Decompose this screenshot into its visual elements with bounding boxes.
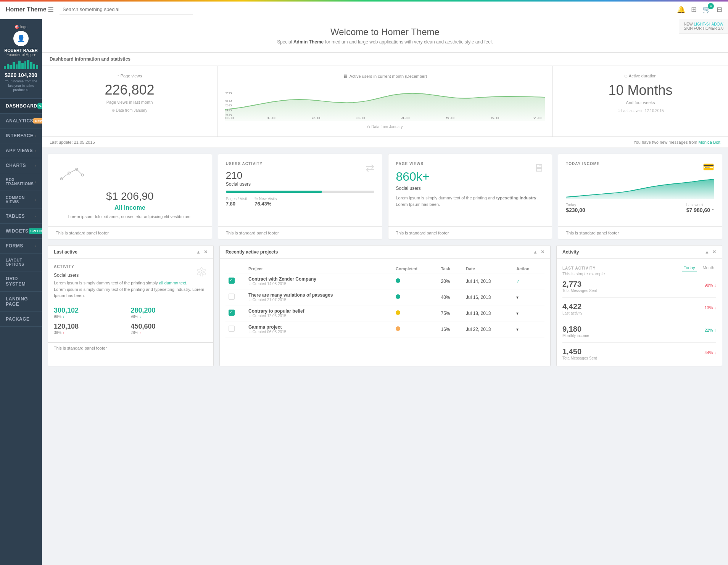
projects-body: Project Completed Task Date Action: [220, 259, 550, 343]
today-income-card: TODAY INCOME 💳: [558, 154, 722, 239]
today-income-header: TODAY INCOME 💳: [566, 162, 714, 172]
project-date-val: Jul 16, 2013: [463, 289, 513, 305]
col-completed: Completed: [393, 265, 438, 273]
activity-row-4: 1,450 44% ↓ Tota Messages Sent: [562, 347, 716, 360]
sidebar-item-dashboard[interactable]: DASHBOARD V.1: [0, 99, 42, 114]
project-date-val: Jul 18, 2013: [463, 305, 513, 321]
sidebar-item-layout-options[interactable]: LAYOUT OPTIONS: [0, 254, 42, 271]
sidebar-item-common-views[interactable]: COMMON VIEWS ‹: [0, 191, 42, 209]
sidebar-logo: 🎯 logo: [4, 25, 38, 29]
project-name: Contract with Zender Company: [248, 276, 390, 282]
welcome-title: Welcome to Homer Theme: [50, 27, 720, 37]
sidebar-item-widgets[interactable]: WIDGETS SPECIAL: [0, 224, 42, 239]
activity-tabs: Today Month: [682, 265, 716, 271]
expand-icon[interactable]: ▲: [196, 249, 201, 255]
hamburger-icon[interactable]: ☰: [48, 5, 54, 14]
row-checkbox[interactable]: [229, 310, 235, 316]
app-title: Homer Theme: [6, 6, 48, 13]
sidebar-item-forms[interactable]: FORMS ‹: [0, 239, 42, 254]
page-views-desc: Lorem ipsum is simply dummy text of the …: [396, 195, 544, 207]
activity-link[interactable]: all dummy text: [159, 281, 186, 285]
project-name: Contrary to popular belief: [248, 308, 390, 314]
row-checkbox[interactable]: [229, 294, 235, 300]
sidebar-item-charts[interactable]: CHARTS ‹: [0, 158, 42, 173]
tab-today[interactable]: Today: [682, 265, 697, 271]
notification-icon[interactable]: 🛒 4: [702, 5, 711, 14]
activity-expand-icon[interactable]: ▲: [705, 249, 709, 255]
all-income-desc: Lorem ipsum dolor sit amet, consectetur …: [56, 214, 204, 219]
sidebar-balance: $260 104,200: [4, 72, 38, 78]
today-income-body: TODAY INCOME 💳: [558, 154, 722, 226]
welcome-banner: NEW LIGHT-SHADOW SKIN FOR HOMER 2.0 Welc…: [42, 19, 728, 53]
last-active-panel: Last active ▲ ✕ ⚛ ACTIVITY Social users …: [48, 245, 214, 366]
activity-example: This is simple example: [562, 271, 716, 276]
task-pct: 16%: [438, 321, 463, 337]
sidebar-role: Founder of App ▾: [4, 53, 38, 57]
row-checkbox[interactable]: [229, 278, 235, 284]
stats-row: ↑ Page views 226,802 Page views in last …: [42, 66, 728, 137]
progress-dot: [396, 326, 400, 331]
skin-link[interactable]: LIGHT-SHADOW: [694, 22, 723, 26]
users-activity-title-label: USERS ACTIVITY 210 Social users: [226, 162, 263, 187]
sidebar-profile: 🎯 logo 👤 ROBERT RAZER Founder of App ▾ $…: [0, 19, 42, 99]
svg-text:1.0: 1.0: [267, 116, 275, 120]
bell-icon[interactable]: 🔔: [677, 5, 685, 14]
action-arrow[interactable]: ▾: [516, 311, 519, 316]
projects-panel: Recently active projects ▲ ✕ Project Com…: [219, 245, 551, 366]
stat-label-active-users: 🖥 Active users in current month (Decembe…: [225, 74, 545, 79]
search-input[interactable]: [60, 5, 193, 14]
col-task: Task: [438, 265, 463, 273]
col-project: Project: [245, 265, 393, 273]
sidebar-item-grid-system[interactable]: GRID SYSTEM: [0, 271, 42, 292]
skin-banner: NEW LIGHT-SHADOW SKIN FOR HOMER 2.0: [679, 19, 728, 34]
notification-badge: 4: [708, 3, 714, 9]
stat-footer-active-users: ⊙ Data from January: [225, 125, 545, 129]
grid-icon[interactable]: ⊞: [691, 5, 697, 14]
project-date-val: Jul 14, 2013: [463, 273, 513, 289]
svg-line-17: [61, 173, 69, 179]
page-views-card: PAGE VIEWS 860k+ Social users 🖥 Lorem ip…: [388, 154, 552, 239]
sidebar-item-app-views[interactable]: APP VIEWS ‹: [0, 143, 42, 158]
rainbow-bar: [0, 0, 728, 2]
sidebar-item-interface[interactable]: INTERFACE ‹: [0, 128, 42, 143]
users-count: 210: [226, 170, 263, 181]
project-date: ⊙ Created 06.03.2015: [248, 330, 390, 334]
income-chart: [566, 176, 714, 199]
sidebar-item-analytics[interactable]: ANALYTICS NEW: [0, 114, 42, 128]
update-bar-link[interactable]: Monica Bolt: [699, 140, 720, 144]
users-activity-body: USERS ACTIVITY 210 Social users ⇄ P: [218, 154, 382, 226]
tab-month[interactable]: Month: [701, 265, 716, 271]
top-navigation: Homer Theme ☰ 🔔 ⊞ 🛒 4 ⊟: [0, 0, 728, 19]
row-checkbox[interactable]: [229, 326, 235, 332]
credit-card-icon: 💳: [703, 162, 714, 172]
close-icon[interactable]: ✕: [204, 249, 208, 255]
action-arrow[interactable]: ▾: [516, 327, 519, 332]
sidebar-item-landing-page[interactable]: LANDING PAGE: [0, 292, 42, 312]
sidebar-item-package[interactable]: PACKAGE: [0, 312, 42, 327]
update-bar: Last update: 21.05.2015 You have two new…: [42, 137, 728, 148]
all-income-card: $1 206,90 All Income Lorem ipsum dolor s…: [48, 154, 212, 239]
activity-close-icon[interactable]: ✕: [712, 249, 716, 255]
action-check[interactable]: ✓: [516, 279, 520, 284]
sidebar-item-tables[interactable]: TABLES ‹: [0, 209, 42, 224]
active-users-chart: 0.0 1.0 2.0 3.0 4.0 5.0 6.0 7.0 70 60 50…: [225, 83, 545, 121]
action-arrow[interactable]: ▾: [516, 295, 519, 300]
pages-per-visit: Pages / Visit 7.80: [226, 197, 247, 207]
table-row: Contrary to popular belief ⊙ Created 12.…: [225, 305, 544, 321]
svg-text:2.0: 2.0: [311, 116, 320, 120]
stat-sub-page-views: Page views in last month: [50, 100, 209, 104]
projects-expand-icon[interactable]: ▲: [533, 249, 538, 255]
table-icon[interactable]: ⊟: [717, 5, 722, 14]
today-income-footer: This is standard panel footer: [558, 226, 722, 239]
page-views-value: 860k+: [396, 170, 430, 184]
search-box: [60, 5, 193, 14]
project-date: ⊙ Created 14.08.2015: [248, 282, 390, 286]
svg-text:70: 70: [225, 91, 232, 95]
last-active-header: Last active ▲ ✕: [48, 246, 213, 259]
all-income-body: $1 206,90 All Income Lorem ipsum dolor s…: [48, 154, 212, 226]
page-views-body: PAGE VIEWS 860k+ Social users 🖥 Lorem ip…: [388, 154, 552, 226]
stat-box-active-users: 🖥 Active users in current month (Decembe…: [217, 66, 553, 136]
sidebar-item-box-transitions[interactable]: BOX TRANSITIONS ‹: [0, 173, 42, 191]
projects-header: Recently active projects ▲ ✕: [220, 246, 550, 259]
projects-close-icon[interactable]: ✕: [541, 249, 544, 255]
